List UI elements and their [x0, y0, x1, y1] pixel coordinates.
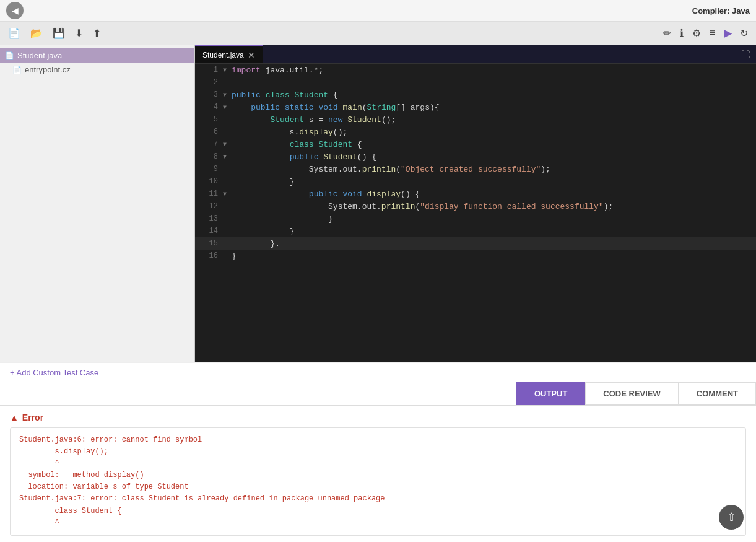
editor-panel: Student.java ✕ ⛶ 1 ▼ import java.util.*;…: [195, 45, 756, 362]
main-area: 📄 Student.java 📄 entrypoint.cz Student.j…: [0, 45, 756, 362]
tab-comment[interactable]: COMMENT: [679, 382, 756, 405]
format-icon[interactable]: ≡: [708, 25, 717, 41]
pencil-icon[interactable]: ✏: [661, 25, 673, 41]
back-button[interactable]: ◀: [6, 2, 24, 19]
code-line-2: 2: [195, 76, 756, 89]
toolbar: 📄 📂 💾 ⬇ ⬆ ✏ ℹ ⚙ ≡ ▶ ↻: [0, 22, 756, 45]
download-icon[interactable]: ⬇: [73, 25, 85, 41]
add-test-case-link[interactable]: + Add Custom Test Case: [0, 363, 756, 382]
code-line-16: 16 }: [195, 250, 756, 262]
error-triangle-icon: ▲: [10, 413, 19, 422]
bottom-section: + Add Custom Test Case OUTPUT CODE REVIE…: [0, 362, 756, 543]
upload-icon[interactable]: ⬆: [91, 25, 103, 41]
info-icon[interactable]: ℹ: [678, 25, 685, 41]
code-line-15: 15 }.: [195, 237, 756, 250]
toolbar-left: 📄 📂 💾 ⬇ ⬆: [6, 25, 656, 41]
error-header: ▲ Error: [10, 413, 746, 422]
code-line-9: 9 System.out.println("Object created suc…: [195, 163, 756, 175]
code-line-4: 4 ▼ public static void main(String[] arg…: [195, 101, 756, 113]
compiler-label: Compiler:: [692, 6, 730, 15]
sidebar: 📄 Student.java 📄 entrypoint.cz: [0, 45, 195, 362]
error-output: Student.java:6: error: cannot find symbo…: [10, 427, 746, 536]
code-editor[interactable]: 1 ▼ import java.util.*; 2 3 ▼ public cla…: [195, 64, 756, 362]
code-line-3: 3 ▼ public class Student {: [195, 89, 756, 101]
code-line-10: 10 }: [195, 175, 756, 188]
tab-code-review[interactable]: CODE REVIEW: [585, 382, 678, 405]
code-line-13: 13 }: [195, 212, 756, 225]
open-file-icon[interactable]: 📂: [28, 25, 45, 41]
code-line-11: 11 ▼ public void display() {: [195, 188, 756, 200]
error-panel: ▲ Error Student.java:6: error: cannot fi…: [0, 406, 756, 543]
toolbar-right: ✏ ℹ ⚙ ≡ ▶ ↻: [661, 25, 750, 41]
compiler-value: Java: [732, 6, 750, 15]
run-icon[interactable]: ▶: [722, 25, 733, 41]
save-icon[interactable]: 💾: [51, 25, 67, 41]
file-icon-entrypoint: 📄: [12, 66, 22, 74]
code-line-12: 12 System.out.println("display function …: [195, 200, 756, 212]
file-name-student: Student.java: [17, 51, 62, 60]
file-item-entrypoint[interactable]: 📄 entrypoint.cz: [0, 63, 194, 77]
compiler-info: Compiler: Java: [692, 6, 750, 15]
output-tabs: OUTPUT CODE REVIEW COMMENT: [0, 382, 756, 406]
code-line-7: 7 ▼ class Student {: [195, 138, 756, 151]
file-name-entrypoint: entrypoint.cz: [25, 65, 71, 74]
top-bar: ◀ Compiler: Java: [0, 0, 756, 22]
error-title: Error: [22, 413, 43, 422]
code-line-8: 8 ▼ public Student() {: [195, 151, 756, 163]
scroll-top-button[interactable]: ⇧: [719, 505, 744, 530]
tab-output[interactable]: OUTPUT: [516, 382, 585, 405]
file-item-student-java[interactable]: 📄 Student.java: [0, 48, 194, 63]
tab-close-icon[interactable]: ✕: [248, 50, 255, 60]
file-icon-java: 📄: [5, 51, 14, 60]
new-file-icon[interactable]: 📄: [6, 25, 22, 41]
fullscreen-button[interactable]: ⛶: [735, 50, 756, 59]
editor-tab-label: Student.java: [202, 51, 244, 59]
top-bar-left: ◀: [6, 2, 24, 19]
settings-icon[interactable]: ⚙: [690, 25, 703, 41]
code-line-1: 1 ▼ import java.util.*;: [195, 64, 756, 76]
code-line-6: 6 s.display();: [195, 126, 756, 138]
editor-tabs: Student.java ✕ ⛶: [195, 45, 756, 64]
code-line-5: 5 Student s = new Student();: [195, 113, 756, 126]
refresh-icon[interactable]: ↻: [738, 25, 750, 41]
code-line-14: 14 }: [195, 225, 756, 237]
editor-tab-student[interactable]: Student.java ✕: [195, 45, 263, 63]
